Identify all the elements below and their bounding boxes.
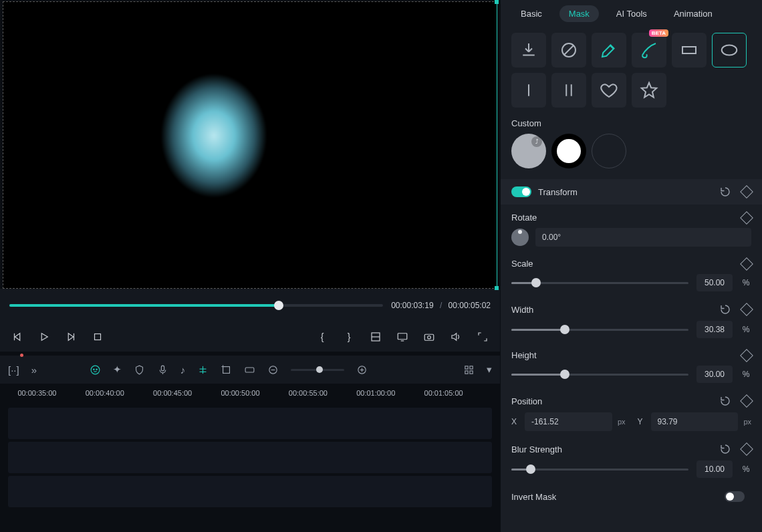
scale-value-input[interactable]: 50.00: [696, 274, 733, 291]
blur-slider[interactable]: [511, 469, 688, 471]
resize-handle-topright[interactable]: [495, 0, 499, 4]
track-row[interactable]: [8, 442, 492, 473]
zoom-out-icon[interactable]: [267, 364, 279, 376]
svg-marker-41: [642, 83, 657, 98]
width-slider[interactable]: [511, 329, 688, 331]
track-row[interactable]: [8, 476, 492, 507]
ai-avatar-icon[interactable]: [90, 364, 101, 376]
mask-pen-button[interactable]: [592, 33, 626, 68]
svg-rect-8: [398, 334, 407, 340]
next-frame-button[interactable]: [63, 329, 79, 345]
seek-handle[interactable]: [274, 301, 283, 310]
timeline-tracks[interactable]: [0, 405, 500, 532]
scale-slider[interactable]: [511, 282, 688, 284]
safe-zone-icon[interactable]: [368, 329, 384, 345]
volume-icon[interactable]: [448, 329, 464, 345]
custom-mask-circle[interactable]: [551, 134, 586, 168]
view-caret-icon[interactable]: ▾: [487, 364, 492, 376]
timeline-ruler[interactable]: 00:00:35:00 00:00:40:00 00:00:45:00 00:0…: [0, 384, 500, 405]
custom-section-label: Custom: [501, 116, 762, 134]
width-keyframe-button[interactable]: [740, 303, 753, 316]
sparkle-icon[interactable]: ✦: [113, 364, 122, 376]
blur-value-input[interactable]: 10.00: [696, 460, 733, 478]
upload-mini-icon: ⤴: [531, 136, 542, 147]
position-x-input[interactable]: -161.52: [525, 412, 612, 431]
scale-keyframe-button[interactable]: [740, 257, 753, 271]
marker-in-icon[interactable]: {: [314, 329, 330, 345]
mask-rectangle-button[interactable]: [672, 33, 707, 68]
tab-basic[interactable]: Basic: [511, 5, 551, 22]
mask-preview-shape[interactable]: [134, 42, 294, 229]
view-grid-icon[interactable]: [463, 364, 475, 376]
height-keyframe-button[interactable]: [740, 349, 753, 362]
custom-mask-upload[interactable]: ⤴: [511, 134, 546, 168]
width-value-input[interactable]: 30.38: [696, 321, 733, 338]
mask-single-line-button[interactable]: [511, 73, 546, 108]
transform-keyframe-button[interactable]: [740, 185, 753, 198]
width-reset-button[interactable]: [719, 303, 731, 315]
svg-point-14: [93, 369, 94, 370]
position-x-unit: px: [618, 418, 626, 426]
svg-rect-16: [161, 366, 164, 371]
mask-brush-button[interactable]: BETA: [632, 33, 666, 68]
snapshot-icon[interactable]: [421, 329, 437, 345]
width-property: Width 30.38 %: [511, 303, 751, 338]
transform-reset-button[interactable]: [719, 186, 731, 198]
shield-icon[interactable]: [134, 364, 145, 376]
cut-tool-icon[interactable]: [197, 364, 209, 376]
expand-icon[interactable]: »: [31, 364, 37, 376]
position-keyframe-button[interactable]: [740, 394, 753, 408]
fullscreen-icon[interactable]: [475, 329, 491, 345]
svg-point-13: [91, 366, 100, 374]
mask-none-button[interactable]: [551, 33, 586, 68]
tab-animation[interactable]: Animation: [664, 5, 722, 22]
zoom-slider[interactable]: [291, 369, 344, 371]
resize-handle-bottomright[interactable]: [495, 286, 499, 290]
position-property: Position X -161.52 px Y 93.79 px: [511, 395, 751, 431]
svg-marker-2: [41, 334, 47, 341]
rotate-property: Rotate 0.00°: [511, 213, 751, 247]
mask-import-button[interactable]: [511, 33, 546, 68]
svg-rect-32: [465, 370, 468, 373]
rotate-knob[interactable]: [511, 229, 529, 246]
blur-keyframe-button[interactable]: [740, 442, 753, 456]
mask-heart-button[interactable]: [592, 73, 626, 108]
svg-rect-30: [465, 366, 468, 368]
mask-double-line-button[interactable]: [551, 73, 586, 108]
transform-section-header: Transform: [501, 179, 762, 205]
play-button[interactable]: [36, 329, 52, 345]
display-icon[interactable]: [394, 329, 410, 345]
microphone-icon[interactable]: [157, 364, 168, 376]
mask-ellipse-button[interactable]: [712, 33, 747, 68]
transport-bar: 00:00:03:19 / 00:00:05:02: [0, 289, 500, 322]
invert-mask-toggle[interactable]: [725, 491, 745, 502]
preview-viewport[interactable]: [3, 1, 497, 289]
transform-toggle[interactable]: [511, 186, 531, 197]
music-note-icon[interactable]: ♪: [180, 364, 186, 376]
zoom-in-icon[interactable]: [356, 364, 368, 376]
custom-mask-empty[interactable]: [592, 134, 626, 168]
stop-button[interactable]: [90, 329, 106, 345]
marker-out-icon[interactable]: }: [341, 329, 357, 345]
tab-ai-tools[interactable]: AI Tools: [607, 5, 656, 22]
blur-reset-button[interactable]: [719, 443, 731, 455]
mask-star-button[interactable]: [632, 73, 666, 108]
svg-rect-10: [424, 334, 434, 340]
position-y-input[interactable]: 93.79: [651, 412, 739, 431]
prev-frame-button[interactable]: [9, 329, 25, 345]
time-display: 00:00:03:19 / 00:00:05:02: [391, 301, 491, 310]
tab-mask[interactable]: Mask: [559, 5, 599, 22]
rotate-keyframe-button[interactable]: [740, 211, 753, 225]
crop-icon[interactable]: [221, 364, 232, 376]
bracket-tool-icon[interactable]: [··]: [8, 364, 19, 376]
height-slider[interactable]: [511, 374, 688, 376]
seek-bar[interactable]: [9, 304, 383, 307]
ruler-label: 00:00:50:00: [221, 389, 259, 397]
rotate-value-input[interactable]: 0.00°: [535, 228, 751, 247]
mask-shape-grid: BETA: [501, 27, 762, 116]
zoom-slider-handle[interactable]: [316, 366, 323, 373]
track-row[interactable]: [8, 408, 492, 439]
height-value-input[interactable]: 30.00: [696, 366, 733, 383]
position-reset-button[interactable]: [719, 395, 731, 407]
caption-icon[interactable]: [244, 364, 255, 376]
